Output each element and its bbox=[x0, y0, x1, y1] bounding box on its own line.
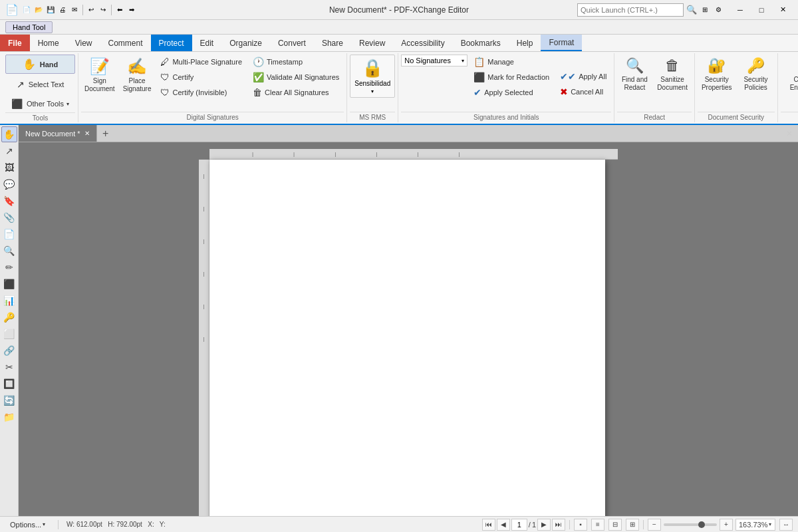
forward-icon[interactable]: ➡ bbox=[126, 5, 137, 15]
find-redact-button[interactable]: 🔍 Find andRedact bbox=[617, 55, 652, 94]
sidebar-search[interactable]: 🔍 bbox=[1, 243, 17, 259]
new-tab-button[interactable]: + bbox=[97, 125, 114, 142]
sidebar-select-tool[interactable]: ↗ bbox=[1, 143, 17, 159]
sidebar-edit[interactable]: ✏ bbox=[1, 259, 17, 275]
sensibilidad-button[interactable]: 🔒 Sensibilidad ▾ bbox=[350, 55, 395, 98]
ruler-top: | | | | | | bbox=[209, 149, 618, 160]
security-properties-button[interactable]: 🔐 SecurityProperties bbox=[698, 55, 736, 94]
sidebar-hand-tool[interactable]: ✋ bbox=[1, 126, 17, 142]
menu-share[interactable]: Share bbox=[314, 35, 351, 51]
menu-convert[interactable]: Convert bbox=[270, 35, 314, 51]
minimize-button[interactable]: ─ bbox=[730, 3, 750, 17]
redo-icon[interactable]: ↪ bbox=[98, 5, 108, 15]
hand-button[interactable]: ✋ Hand bbox=[5, 55, 75, 74]
next-page-button[interactable]: ▶ bbox=[537, 519, 551, 531]
timestamp-button[interactable]: 🕐 Timestamp bbox=[248, 55, 344, 69]
menu-help[interactable]: Help bbox=[509, 35, 541, 51]
last-page-button[interactable]: ⏭ bbox=[552, 519, 565, 531]
new-icon[interactable]: 📄 bbox=[21, 5, 32, 15]
select-text-button[interactable]: ↗ Select Text bbox=[5, 76, 75, 93]
place-signature-button[interactable]: ✍ PlaceSignature bbox=[120, 55, 155, 96]
menu-view[interactable]: View bbox=[67, 35, 100, 51]
menu-protect[interactable]: Protect bbox=[151, 35, 192, 51]
quick-launch-input[interactable] bbox=[577, 3, 684, 17]
print-icon[interactable]: 🖨 bbox=[57, 5, 68, 15]
clear-all-button[interactable]: 🗑 Clear All Signatures bbox=[248, 85, 344, 100]
apply-all-button[interactable]: ✔✔ Apply All bbox=[555, 69, 611, 84]
sidebar-thumbnail[interactable]: 🖼 bbox=[1, 160, 17, 176]
other-tools-button[interactable]: ⬛ Other Tools ▾ bbox=[5, 95, 75, 112]
zoom-slider[interactable] bbox=[664, 523, 717, 526]
sidebar-rect[interactable]: ⬜ bbox=[1, 326, 17, 342]
close-button[interactable]: ✕ bbox=[773, 3, 793, 17]
zoom-out-button[interactable]: − bbox=[648, 519, 661, 531]
zoom-thumb[interactable] bbox=[698, 521, 705, 528]
security-policies-button[interactable]: 🔑 SecurityPolicies bbox=[737, 55, 775, 94]
undo-icon[interactable]: ↩ bbox=[86, 5, 96, 15]
menu-comment[interactable]: Comment bbox=[100, 35, 150, 51]
menu-review[interactable]: Review bbox=[351, 35, 393, 51]
menu-home[interactable]: Home bbox=[30, 35, 67, 51]
open-icon[interactable]: 📂 bbox=[33, 5, 44, 15]
certify-button[interactable]: 🛡 Certify bbox=[156, 70, 247, 84]
sidebar-rotate[interactable]: 🔄 bbox=[1, 392, 17, 408]
sidebar-bookmark[interactable]: 🔖 bbox=[1, 193, 17, 209]
menu-bookmarks[interactable]: Bookmarks bbox=[453, 35, 509, 51]
email-icon[interactable]: ✉ bbox=[69, 5, 80, 15]
sidebar-fill[interactable]: ⬛ bbox=[1, 276, 17, 292]
title-bar: 📄 📄 📂 💾 🖨 ✉ ↩ ↪ ⬅ ➡ New Document* - PDF-… bbox=[0, 0, 798, 20]
first-page-button[interactable]: ⏮ bbox=[482, 519, 495, 531]
sanitize-button[interactable]: 🗑 SanitizeDocument bbox=[653, 55, 692, 94]
certify-invisible-button[interactable]: 🛡 Certify (Invisible) bbox=[156, 85, 247, 100]
sidebar-folder[interactable]: 📁 bbox=[1, 409, 17, 425]
apply-selected-button[interactable]: ✔ Apply Selected bbox=[469, 85, 554, 100]
save-icon[interactable]: 💾 bbox=[45, 5, 56, 15]
prev-page-button[interactable]: ◀ bbox=[497, 519, 510, 531]
maximize-button[interactable]: □ bbox=[751, 3, 771, 17]
manage-button[interactable]: 📋 Manage bbox=[469, 55, 554, 69]
sidebar-chart[interactable]: 📊 bbox=[1, 293, 17, 309]
menu-file[interactable]: File bbox=[0, 35, 30, 51]
multi-place-sig-button[interactable]: 🖊 Multi-Place Signature bbox=[156, 55, 247, 69]
menu-accessibility[interactable]: Accessibility bbox=[393, 35, 452, 51]
settings-icon[interactable]: ⚙ bbox=[713, 5, 724, 15]
menu-edit[interactable]: Edit bbox=[192, 35, 222, 51]
sign-document-button[interactable]: 📝 SignDocument bbox=[81, 55, 118, 96]
sidebar-page[interactable]: 📄 bbox=[1, 226, 17, 242]
continuous-view-button[interactable]: ≡ bbox=[591, 519, 604, 531]
sidebar-attach[interactable]: 📎 bbox=[1, 209, 17, 225]
sidebar-comment[interactable]: 💬 bbox=[1, 176, 17, 192]
total-pages: 1 bbox=[532, 521, 536, 529]
sidebar-cut[interactable]: ✂ bbox=[1, 359, 17, 375]
doc-tab-new-document[interactable]: New Document * ✕ bbox=[19, 125, 97, 142]
sig-initials-label: Signatures and Initials bbox=[401, 112, 611, 121]
tab-bar-close-button[interactable]: ✕ bbox=[781, 125, 798, 142]
validate-all-button[interactable]: ✅ Validate All Signatures bbox=[248, 70, 344, 84]
sidebar-key[interactable]: 🔑 bbox=[1, 309, 17, 325]
menu-organize[interactable]: Organize bbox=[221, 35, 270, 51]
cancel-all-button[interactable]: ✖ Cancel All bbox=[555, 84, 611, 99]
zoom-level-selector[interactable]: 163.73% ▾ bbox=[735, 519, 775, 531]
facing-view-button[interactable]: ⊟ bbox=[608, 519, 622, 531]
sidebar-select2[interactable]: 🔲 bbox=[1, 376, 17, 392]
page-number-input[interactable] bbox=[511, 519, 527, 531]
fit-width-button[interactable]: ↔ bbox=[779, 519, 793, 531]
sidebar-link[interactable]: 🔗 bbox=[1, 342, 17, 358]
view-toggle-icon[interactable]: ⊞ bbox=[700, 5, 710, 15]
zoom-in-button[interactable]: + bbox=[720, 519, 733, 531]
create-envelope-button[interactable]: ✉ Create Envelope bbox=[781, 55, 798, 94]
place-sig-label: PlaceSignature bbox=[123, 77, 152, 93]
security-props-icon: 🔐 bbox=[708, 57, 726, 74]
status-bar: Options... ▾ W: 612.00pt H: 792.00pt X: … bbox=[0, 516, 798, 532]
back-icon[interactable]: ⬅ bbox=[114, 5, 125, 15]
mark-redaction-button[interactable]: ⬛ Mark for Redaction bbox=[469, 70, 554, 84]
doc-tab-close-button[interactable]: ✕ bbox=[84, 130, 90, 137]
options-button[interactable]: Options... ▾ bbox=[5, 519, 50, 531]
menu-format[interactable]: Format bbox=[541, 35, 582, 51]
facing-continuous-button[interactable]: ⊞ bbox=[626, 519, 639, 531]
doc-security-content: 🔐 SecurityProperties 🔑 SecurityPolicies bbox=[698, 55, 775, 112]
no-signatures-button[interactable]: No Signatures ▾ bbox=[401, 55, 467, 66]
single-page-view-button[interactable]: ▪ bbox=[574, 519, 587, 531]
manage-label: Manage bbox=[487, 58, 514, 66]
zoom-dropdown-icon: ▾ bbox=[769, 521, 771, 527]
